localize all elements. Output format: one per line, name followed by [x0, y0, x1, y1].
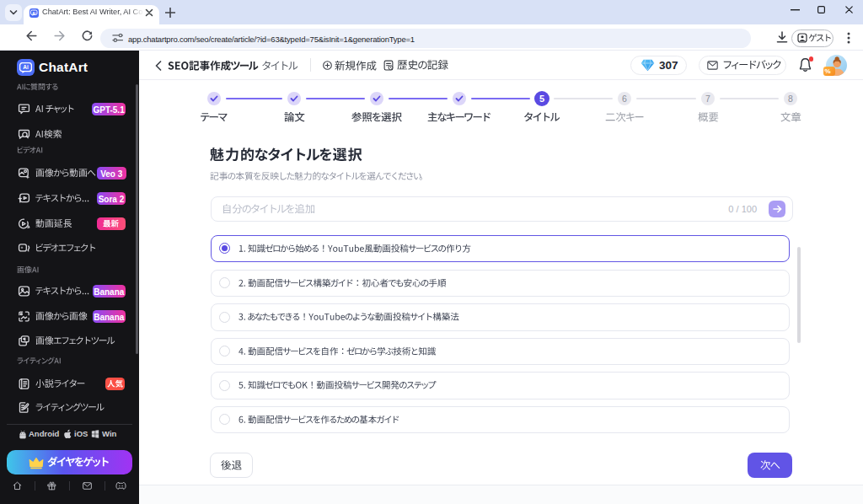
svg-text:Ai: Ai [23, 64, 29, 70]
svg-text:Ai: Ai [32, 11, 35, 15]
